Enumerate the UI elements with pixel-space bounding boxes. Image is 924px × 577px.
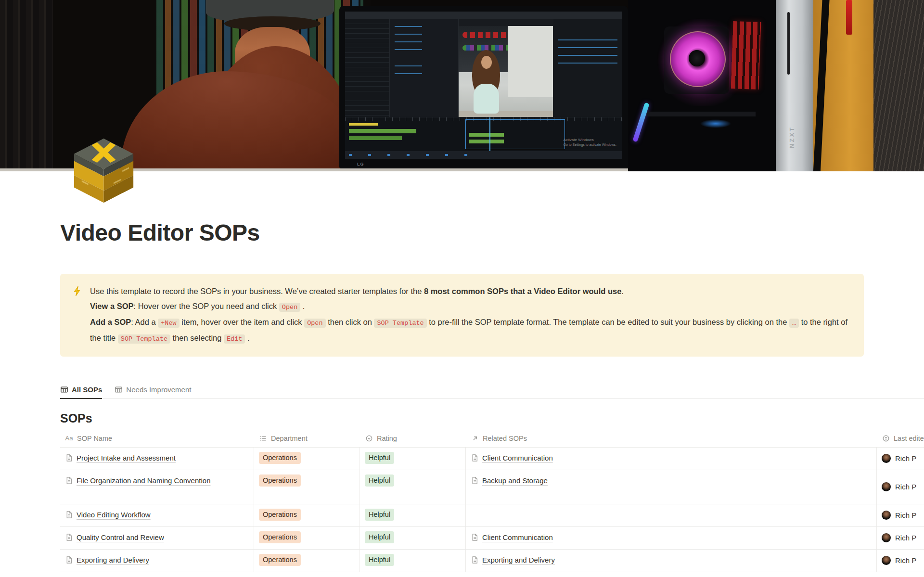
column-header-rating[interactable]: Rating [360,430,466,447]
rating-tag: Helpful [365,531,394,543]
inline-code-new: +New [158,319,179,328]
page-doc-icon [471,453,479,465]
cell-sop-name[interactable]: Exporting and Delivery [60,550,254,572]
cell-department[interactable]: Operations [254,527,360,549]
gpu-card [647,112,756,116]
cell-rating[interactable]: Helpful [360,470,466,504]
inline-code-open: Open [304,319,325,328]
timeline-audio-clip [349,129,416,133]
sop-page-link[interactable]: File Organization and Naming Convention [77,476,211,485]
cell-related-sops[interactable]: Client Communication [466,527,877,549]
cell-rating[interactable]: Helpful [360,504,466,526]
tab-label: Needs Improvement [126,385,191,394]
cell-last-edited-by[interactable]: Rich P [877,504,924,526]
inline-code-sop-template: SOP Template [118,334,170,344]
inline-code-ellipsis: … [789,319,799,328]
cover-pc-tower [628,0,778,171]
editing-app-effects-panel [553,19,622,125]
related-page-link[interactable]: Backup and Storage [482,476,548,485]
tab-all-sops[interactable]: All SOPs [60,385,102,399]
cell-sop-name[interactable]: Quality Control and Review [60,527,254,549]
gpu-glow [700,119,731,128]
page-doc-icon [471,476,479,488]
department-tag: Operations [259,474,301,487]
cell-rating[interactable]: Helpful [360,448,466,470]
page-doc-icon [65,453,73,465]
rating-tag: Helpful [365,554,394,566]
video-presenter-face [481,56,492,69]
table-row: Project Intake and Assessment Operations… [60,447,924,470]
cell-last-edited-by[interactable]: Rich P [877,448,924,470]
cover-right-wall [873,0,924,171]
cell-related-sops[interactable]: Client Communication [466,448,877,470]
cell-sop-name[interactable]: Video Editing Workflow [60,504,254,526]
callout-line-2: View a SOP: Hover over the SOP you need … [90,299,852,315]
table-row: File Organization and Naming Convention … [60,470,924,504]
fan-hub [689,50,705,66]
column-header-department[interactable]: Department [254,430,360,447]
zap-icon [72,284,83,346]
callout-line-3: Add a SOP: Add a +New item, hover over t… [90,315,852,346]
editing-app-statusbar [345,151,622,159]
sop-page-link[interactable]: Video Editing Workflow [77,511,151,519]
video-presenter-shirt [474,84,499,114]
table-row: Video Editing Workflow Operations Helpfu… [60,504,924,526]
cell-sop-name[interactable]: File Organization and Naming Convention [60,470,254,504]
cell-department[interactable]: Operations [254,448,360,470]
cell-last-edited-by[interactable]: Rich P [877,470,924,504]
cell-rating[interactable]: Helpful [360,527,466,549]
editor-name: Rich P [895,483,916,491]
select-field-icon [365,435,373,442]
sop-page-link[interactable]: Exporting and Delivery [77,556,149,564]
cell-department[interactable]: Operations [254,470,360,504]
editor-name: Rich P [895,556,916,564]
related-page-link[interactable]: Exporting and Delivery [482,556,555,564]
inline-code-sop-template: SOP Template [374,319,426,328]
effects-sliders [558,39,617,70]
cover-left-wall [0,0,57,171]
avatar [882,511,891,520]
department-tag: Operations [259,509,301,521]
sop-page-link[interactable]: Quality Control and Review [77,533,164,541]
ram-sticks [731,21,761,90]
page-doc-icon [471,555,479,567]
cell-department[interactable]: Operations [254,504,360,526]
cell-last-edited-by[interactable]: Rich P [877,550,924,572]
related-page-link[interactable]: Client Communication [482,454,553,462]
cube-icon [71,136,137,205]
column-header-sop-name[interactable]: AaSOP Name [60,430,254,447]
tab-needs-improvement[interactable]: Needs Improvement [115,385,191,399]
sop-page-link[interactable]: Project Intake and Assessment [77,454,176,462]
column-header-related-sops[interactable]: Related SOPs [466,430,877,447]
column-header-last-edited-by[interactable]: Last edited by [877,430,924,447]
callout-line-1: Use this template to record the SOPs in … [90,284,852,299]
cell-related-sops[interactable]: Backup and Storage [466,470,877,504]
page-doc-icon [65,533,73,545]
rating-tag: Helpful [365,452,394,464]
cell-sop-name[interactable]: Project Intake and Assessment [60,448,254,470]
avatar [882,533,891,542]
cell-last-edited-by[interactable]: Rich P [877,527,924,549]
cell-related-sops[interactable]: Exporting and Delivery [466,550,877,572]
timeline-audio-clip [349,136,402,140]
inline-code-open: Open [279,303,300,312]
department-tag: Operations [259,531,301,543]
page-doc-icon [65,510,73,522]
editing-app-bin-panel [390,19,459,125]
page-content: Video Editor SOPs Use this template to r… [0,219,924,572]
watermark-line: Go to Settings to activate Windows. [564,142,617,147]
pc-case-frame: NZXT [776,0,813,171]
watermark-line: Activate Windows [564,138,617,142]
person-field-icon [882,435,890,442]
list-field-icon [259,435,267,442]
page-icon-cube[interactable] [71,136,137,205]
cell-rating[interactable]: Helpful [360,550,466,572]
editing-app-toolbar [345,12,622,19]
avatar [882,454,891,463]
cover-monitor: Activate Windows Go to Settings to activ… [339,6,628,168]
cell-related-sops[interactable] [466,504,877,526]
avatar [882,482,891,491]
related-page-link[interactable]: Client Communication [482,533,553,541]
editor-name: Rich P [895,534,916,542]
cell-department[interactable]: Operations [254,550,360,572]
